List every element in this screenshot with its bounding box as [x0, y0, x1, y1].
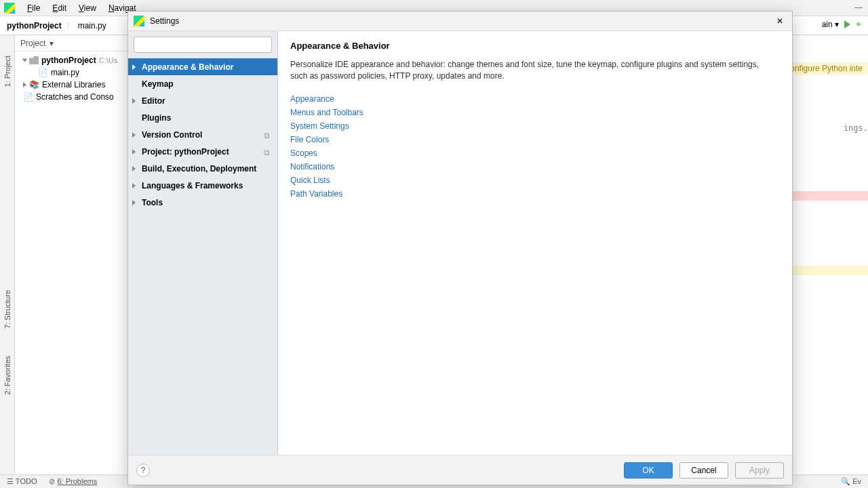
settings-dialog: Settings ✕ Appearance & BehaviorKeymapEd… — [127, 11, 793, 485]
run-config-selector[interactable]: ain ▾ — [822, 20, 839, 29]
category-label: Languages & Frameworks — [142, 181, 243, 190]
settings-link-appearance[interactable]: Appearance — [290, 92, 780, 106]
scratch-icon: 📄 — [23, 92, 33, 102]
folder-icon — [29, 56, 39, 64]
settings-link-file-colors[interactable]: File Colors — [290, 133, 780, 146]
breadcrumb-project[interactable]: pythonProject — [7, 21, 62, 30]
category-label: Editor — [142, 96, 165, 106]
run-icon[interactable] — [844, 20, 850, 28]
cancel-button[interactable]: Cancel — [679, 462, 728, 479]
pycharm-logo-icon — [4, 3, 15, 14]
library-icon: 📚 — [29, 80, 39, 89]
editor-hint-text: ings. — [844, 123, 868, 133]
settings-link-notifications[interactable]: Notifications — [290, 160, 780, 174]
project-badge-icon: ⧉ — [264, 148, 272, 156]
content-description: Personalize IDE appearance and behavior:… — [290, 59, 765, 83]
breadcrumb-file[interactable]: main.py — [78, 21, 106, 30]
settings-link-quick-lists[interactable]: Quick Lists — [290, 174, 780, 187]
expand-icon — [132, 183, 136, 188]
statusbar-problems[interactable]: ⊘ 6: Problems — [49, 477, 97, 486]
dropdown-icon: ▾ — [50, 39, 54, 48]
category-label: Build, Execution, Deployment — [142, 164, 256, 174]
settings-link-system-settings[interactable]: System Settings — [290, 119, 780, 133]
settings-link-menus-and-toolbars[interactable]: Menus and Toolbars — [290, 106, 780, 119]
menu-view[interactable]: View — [73, 2, 102, 14]
settings-content-pane: Appearance & Behavior Personalize IDE ap… — [278, 31, 792, 455]
content-heading: Appearance & Behavior — [290, 41, 780, 51]
expand-icon — [132, 166, 136, 171]
statusbar-events[interactable]: 🔍 Ev — [841, 477, 861, 486]
tool-strip-left: 1: Project 7: Structure 2: Favorites — [0, 35, 15, 474]
settings-category-tools[interactable]: Tools — [128, 194, 277, 211]
expand-icon — [132, 149, 136, 155]
warning-stripe — [787, 266, 868, 275]
run-controls: ain ▾ ⌖ — [822, 18, 861, 30]
toolwindow-project-tab[interactable]: 1: Project — [3, 56, 12, 87]
expand-icon — [132, 64, 136, 70]
category-label: Keymap — [142, 79, 174, 89]
tree-root-label: pythonProject — [41, 56, 96, 65]
category-label: Version Control — [142, 130, 202, 140]
breadcrumb-separator: 〉 — [66, 20, 74, 31]
window-controls: — — [854, 3, 863, 12]
category-label: Tools — [142, 198, 163, 207]
content-link-list: AppearanceMenus and ToolbarsSystem Setti… — [290, 92, 780, 201]
error-stripe — [787, 191, 868, 201]
settings-category-build-execution-deployment[interactable]: Build, Execution, Deployment — [128, 160, 277, 177]
category-label: Plugins — [142, 113, 171, 123]
dialog-titlebar: Settings ✕ — [128, 12, 792, 30]
settings-category-version-control[interactable]: Version Control⧉ — [128, 126, 277, 143]
tree-scratches-label: Scratches and Conso — [36, 92, 114, 102]
ok-button[interactable]: OK — [624, 462, 673, 479]
project-badge-icon: ⧉ — [264, 131, 272, 139]
caret-icon — [22, 59, 28, 62]
toolwindow-structure-tab[interactable]: 7: Structure — [3, 290, 12, 329]
dialog-footer: ? OK Cancel Apply — [128, 455, 792, 485]
caret-icon — [23, 82, 26, 87]
category-label: Appearance & Behavior — [142, 62, 233, 72]
tree-external-libs-label: External Libraries — [42, 80, 105, 89]
statusbar-todo[interactable]: ☰ TODO — [7, 477, 37, 486]
settings-category-project-pythonproject[interactable]: Project: pythonProject⧉ — [128, 143, 277, 160]
menu-edit[interactable]: Edit — [47, 2, 72, 14]
pycharm-logo-icon — [134, 16, 144, 26]
expand-icon — [132, 200, 136, 205]
window-minimize-icon[interactable]: — — [854, 3, 863, 12]
settings-category-plugins[interactable]: Plugins — [128, 109, 277, 126]
settings-sidebar: Appearance & BehaviorKeymapEditorPlugins… — [128, 31, 278, 455]
settings-search-input[interactable] — [134, 37, 272, 53]
help-button[interactable]: ? — [136, 464, 150, 477]
settings-link-path-variables[interactable]: Path Variables — [290, 187, 780, 201]
settings-category-keymap[interactable]: Keymap — [128, 75, 277, 92]
dialog-close-button[interactable]: ✕ — [773, 16, 787, 26]
expand-icon — [132, 132, 136, 138]
toolwindow-favorites-tab[interactable]: 2: Favorites — [3, 356, 12, 394]
apply-button[interactable]: Apply — [735, 462, 784, 479]
settings-category-list: Appearance & BehaviorKeymapEditorPlugins… — [128, 58, 277, 455]
tree-file-label: main.py — [51, 68, 79, 77]
settings-category-languages-frameworks[interactable]: Languages & Frameworks — [128, 177, 277, 194]
interpreter-warning-banner[interactable]: onfigure Python inte — [785, 62, 868, 75]
dialog-title: Settings — [150, 16, 179, 26]
python-file-icon: 📄 — [38, 68, 48, 77]
debug-icon[interactable]: ⌖ — [856, 18, 861, 30]
tree-root-path: C:\Us — [99, 56, 118, 64]
category-label: Project: pythonProject — [142, 147, 229, 157]
settings-link-scopes[interactable]: Scopes — [290, 146, 780, 160]
menu-file[interactable]: File — [22, 2, 45, 14]
settings-category-editor[interactable]: Editor — [128, 92, 277, 109]
expand-icon — [132, 98, 136, 104]
project-panel-title: Project — [20, 39, 45, 48]
settings-category-appearance-behavior[interactable]: Appearance & Behavior — [128, 58, 277, 75]
